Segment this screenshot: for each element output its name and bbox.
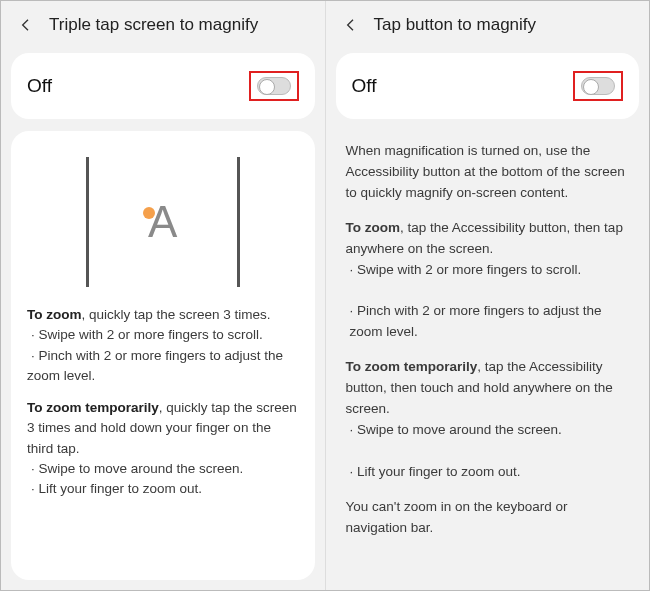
footer-note: You can't zoom in on the keyboard or nav… — [346, 497, 630, 539]
toggle-highlight-left — [249, 71, 299, 101]
instructions-left: To zoom, quickly tap the screen 3 times.… — [27, 305, 299, 499]
comparison-container: Triple tap screen to magnify Off A To zo… — [0, 0, 650, 591]
pane-triple-tap: Triple tap screen to magnify Off A To zo… — [1, 1, 326, 590]
back-icon[interactable] — [17, 16, 35, 34]
magnify-toggle-left[interactable] — [257, 77, 291, 95]
page-title-right: Tap button to magnify — [374, 15, 537, 35]
magnify-toggle-right[interactable] — [581, 77, 615, 95]
page-title-left: Triple tap screen to magnify — [49, 15, 258, 35]
header-right: Tap button to magnify — [326, 1, 650, 45]
back-icon[interactable] — [342, 16, 360, 34]
zoom-heading-left: To zoom — [27, 307, 82, 322]
content-card-left: A To zoom, quickly tap the screen 3 time… — [11, 131, 315, 580]
toggle-state-label-right: Off — [352, 75, 377, 97]
toggle-card-right: Off — [336, 53, 640, 119]
letter-a-icon: A — [148, 197, 177, 247]
instructions-right: When magnification is turned on, use the… — [326, 127, 650, 590]
header-left: Triple tap screen to magnify — [1, 1, 325, 45]
zoom-temp-heading-right: To zoom temporarily — [346, 359, 478, 374]
pane-tap-button: Tap button to magnify Off When magnifica… — [326, 1, 650, 590]
zoom-temp-heading-left: To zoom temporarily — [27, 400, 159, 415]
toggle-card-left: Off — [11, 53, 315, 119]
zoom-heading-right: To zoom — [346, 220, 401, 235]
toggle-state-label-left: Off — [27, 75, 52, 97]
intro-text: When magnification is turned on, use the… — [346, 141, 630, 204]
magnify-illustration: A — [27, 143, 299, 305]
toggle-highlight-right — [573, 71, 623, 101]
